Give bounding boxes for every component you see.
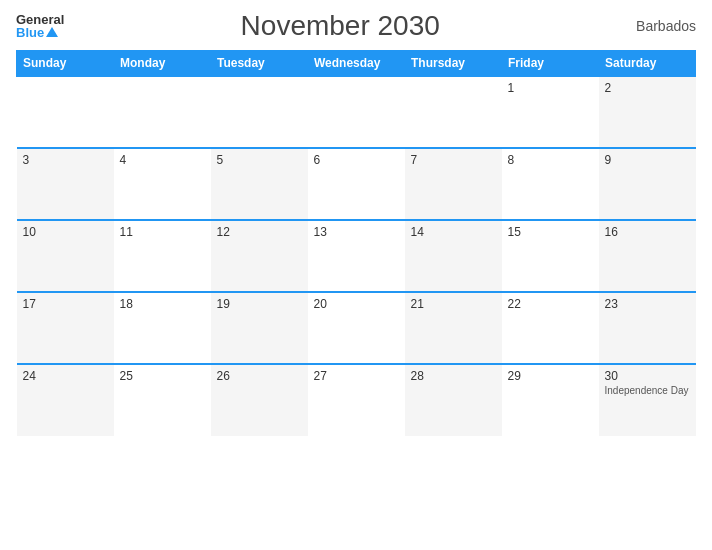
table-row: 14 <box>405 220 502 292</box>
table-row: 15 <box>502 220 599 292</box>
table-row <box>405 76 502 148</box>
day-number: 19 <box>217 297 302 311</box>
table-row: 29 <box>502 364 599 436</box>
table-row: 30Independence Day <box>599 364 696 436</box>
event-label: Independence Day <box>605 385 690 396</box>
day-number: 15 <box>508 225 593 239</box>
table-row: 6 <box>308 148 405 220</box>
table-row: 1 <box>502 76 599 148</box>
table-row: 9 <box>599 148 696 220</box>
day-number: 29 <box>508 369 593 383</box>
table-row: 21 <box>405 292 502 364</box>
table-row: 16 <box>599 220 696 292</box>
day-number: 23 <box>605 297 690 311</box>
table-row <box>308 76 405 148</box>
table-row <box>17 76 114 148</box>
col-saturday: Saturday <box>599 51 696 77</box>
calendar-header: General Blue November 2030 Barbados <box>16 10 696 42</box>
day-number: 8 <box>508 153 593 167</box>
col-monday: Monday <box>114 51 211 77</box>
day-number: 26 <box>217 369 302 383</box>
day-number: 14 <box>411 225 496 239</box>
table-row: 3 <box>17 148 114 220</box>
calendar-container: General Blue November 2030 Barbados Sund… <box>0 0 712 550</box>
logo: General Blue <box>16 13 64 39</box>
day-number: 2 <box>605 81 690 95</box>
table-row: 13 <box>308 220 405 292</box>
day-number: 21 <box>411 297 496 311</box>
day-number: 6 <box>314 153 399 167</box>
table-row: 18 <box>114 292 211 364</box>
day-number: 11 <box>120 225 205 239</box>
table-row: 7 <box>405 148 502 220</box>
table-row: 28 <box>405 364 502 436</box>
day-number: 20 <box>314 297 399 311</box>
day-number: 27 <box>314 369 399 383</box>
country-label: Barbados <box>616 18 696 34</box>
day-number: 22 <box>508 297 593 311</box>
day-number: 18 <box>120 297 205 311</box>
col-thursday: Thursday <box>405 51 502 77</box>
col-tuesday: Tuesday <box>211 51 308 77</box>
calendar-header-row: Sunday Monday Tuesday Wednesday Thursday… <box>17 51 696 77</box>
day-number: 30 <box>605 369 690 383</box>
table-row: 24 <box>17 364 114 436</box>
logo-triangle-icon <box>46 27 58 37</box>
day-number: 24 <box>23 369 108 383</box>
calendar-title: November 2030 <box>64 10 616 42</box>
table-row: 4 <box>114 148 211 220</box>
day-number: 16 <box>605 225 690 239</box>
table-row: 10 <box>17 220 114 292</box>
table-row: 27 <box>308 364 405 436</box>
col-friday: Friday <box>502 51 599 77</box>
table-row: 19 <box>211 292 308 364</box>
day-number: 7 <box>411 153 496 167</box>
day-number: 12 <box>217 225 302 239</box>
table-row: 20 <box>308 292 405 364</box>
table-row: 5 <box>211 148 308 220</box>
table-row: 23 <box>599 292 696 364</box>
calendar-table: Sunday Monday Tuesday Wednesday Thursday… <box>16 50 696 436</box>
col-sunday: Sunday <box>17 51 114 77</box>
table-row: 12 <box>211 220 308 292</box>
day-number: 4 <box>120 153 205 167</box>
table-row <box>211 76 308 148</box>
table-row: 11 <box>114 220 211 292</box>
col-wednesday: Wednesday <box>308 51 405 77</box>
table-row: 22 <box>502 292 599 364</box>
table-row: 25 <box>114 364 211 436</box>
day-number: 28 <box>411 369 496 383</box>
day-number: 1 <box>508 81 593 95</box>
day-number: 10 <box>23 225 108 239</box>
day-number: 17 <box>23 297 108 311</box>
day-number: 25 <box>120 369 205 383</box>
table-row: 8 <box>502 148 599 220</box>
day-number: 3 <box>23 153 108 167</box>
table-row: 2 <box>599 76 696 148</box>
table-row <box>114 76 211 148</box>
table-row: 17 <box>17 292 114 364</box>
day-number: 13 <box>314 225 399 239</box>
table-row: 26 <box>211 364 308 436</box>
logo-blue-text: Blue <box>16 26 44 39</box>
calendar-body: 1234567891011121314151617181920212223242… <box>17 76 696 436</box>
day-number: 5 <box>217 153 302 167</box>
day-number: 9 <box>605 153 690 167</box>
